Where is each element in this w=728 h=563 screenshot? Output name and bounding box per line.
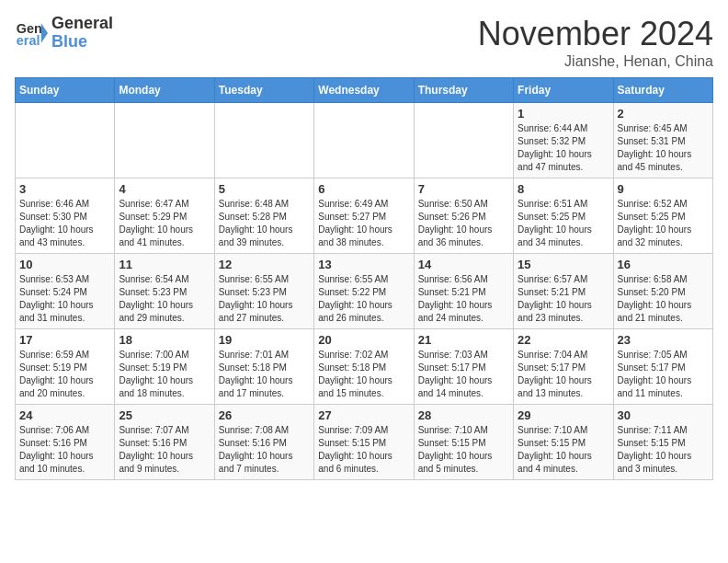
day-number: 9	[618, 182, 709, 196]
title-block: November 2024 Jianshe, Henan, China	[478, 15, 713, 70]
day-number: 14	[418, 258, 509, 271]
day-number: 10	[19, 258, 110, 271]
weekday-header-tuesday: Tuesday	[214, 78, 313, 103]
calendar-cell: 12Sunrise: 6:55 AM Sunset: 5:23 PM Dayli…	[214, 254, 313, 329]
calendar-cell: 19Sunrise: 7:01 AM Sunset: 5:18 PM Dayli…	[214, 329, 313, 405]
day-number: 27	[318, 408, 409, 422]
day-number: 16	[618, 258, 709, 271]
day-info: Sunrise: 7:02 AM Sunset: 5:18 PM Dayligh…	[318, 349, 409, 400]
calendar-cell: 17Sunrise: 6:59 AM Sunset: 5:19 PM Dayli…	[16, 329, 115, 405]
calendar-cell: 7Sunrise: 6:50 AM Sunset: 5:26 PM Daylig…	[414, 178, 513, 254]
day-number: 18	[119, 333, 210, 347]
calendar-cell	[16, 103, 115, 178]
logo: Gen eral General Blue	[15, 15, 113, 52]
calendar-cell: 30Sunrise: 7:11 AM Sunset: 5:15 PM Dayli…	[613, 405, 712, 480]
calendar-cell: 18Sunrise: 7:00 AM Sunset: 5:19 PM Dayli…	[115, 329, 214, 405]
day-info: Sunrise: 7:01 AM Sunset: 5:18 PM Dayligh…	[219, 349, 310, 400]
day-info: Sunrise: 7:09 AM Sunset: 5:15 PM Dayligh…	[318, 424, 409, 476]
calendar-cell: 3Sunrise: 6:46 AM Sunset: 5:30 PM Daylig…	[16, 178, 115, 254]
calendar-cell: 1Sunrise: 6:44 AM Sunset: 5:32 PM Daylig…	[514, 103, 613, 178]
calendar-cell: 27Sunrise: 7:09 AM Sunset: 5:15 PM Dayli…	[314, 405, 414, 480]
location-subtitle: Jianshe, Henan, China	[478, 53, 713, 70]
day-number: 17	[19, 333, 110, 347]
logo-line1: General	[51, 15, 113, 33]
day-number: 28	[418, 408, 509, 422]
day-info: Sunrise: 6:49 AM Sunset: 5:27 PM Dayligh…	[318, 198, 409, 249]
calendar-cell: 13Sunrise: 6:55 AM Sunset: 5:22 PM Dayli…	[314, 254, 414, 329]
day-info: Sunrise: 6:53 AM Sunset: 5:24 PM Dayligh…	[19, 273, 110, 325]
svg-text:eral: eral	[17, 32, 40, 47]
day-info: Sunrise: 7:00 AM Sunset: 5:19 PM Dayligh…	[119, 349, 210, 400]
calendar-header-row: SundayMondayTuesdayWednesdayThursdayFrid…	[16, 78, 713, 103]
logo-icon: Gen eral	[15, 17, 48, 50]
calendar-cell: 26Sunrise: 7:08 AM Sunset: 5:16 PM Dayli…	[214, 405, 313, 480]
day-info: Sunrise: 6:51 AM Sunset: 5:25 PM Dayligh…	[518, 198, 609, 249]
day-info: Sunrise: 6:57 AM Sunset: 5:21 PM Dayligh…	[518, 273, 609, 325]
day-info: Sunrise: 6:44 AM Sunset: 5:32 PM Dayligh…	[518, 122, 609, 174]
weekday-header-monday: Monday	[115, 78, 214, 103]
day-number: 24	[19, 408, 110, 422]
calendar-cell: 11Sunrise: 6:54 AM Sunset: 5:23 PM Dayli…	[115, 254, 214, 329]
calendar-cell: 15Sunrise: 6:57 AM Sunset: 5:21 PM Dayli…	[514, 254, 613, 329]
day-number: 8	[518, 182, 609, 196]
day-info: Sunrise: 6:48 AM Sunset: 5:28 PM Dayligh…	[219, 198, 310, 249]
day-number: 13	[318, 258, 409, 271]
calendar-table: SundayMondayTuesdayWednesdayThursdayFrid…	[15, 77, 713, 480]
calendar-week-5: 24Sunrise: 7:06 AM Sunset: 5:16 PM Dayli…	[16, 405, 713, 480]
day-info: Sunrise: 6:55 AM Sunset: 5:22 PM Dayligh…	[318, 273, 409, 325]
calendar-cell: 23Sunrise: 7:05 AM Sunset: 5:17 PM Dayli…	[613, 329, 712, 405]
day-number: 20	[318, 333, 409, 347]
calendar-cell: 21Sunrise: 7:03 AM Sunset: 5:17 PM Dayli…	[414, 329, 513, 405]
day-info: Sunrise: 7:05 AM Sunset: 5:17 PM Dayligh…	[618, 349, 709, 400]
day-number: 23	[618, 333, 709, 347]
weekday-header-thursday: Thursday	[414, 78, 513, 103]
day-number: 11	[119, 258, 210, 271]
day-number: 3	[19, 182, 110, 196]
day-info: Sunrise: 7:03 AM Sunset: 5:17 PM Dayligh…	[418, 349, 509, 400]
day-number: 6	[318, 182, 409, 196]
calendar-week-2: 3Sunrise: 6:46 AM Sunset: 5:30 PM Daylig…	[16, 178, 713, 254]
day-number: 4	[119, 182, 210, 196]
day-number: 30	[618, 408, 709, 422]
day-number: 25	[119, 408, 210, 422]
day-number: 1	[518, 107, 609, 121]
calendar-cell: 8Sunrise: 6:51 AM Sunset: 5:25 PM Daylig…	[514, 178, 613, 254]
calendar-cell: 4Sunrise: 6:47 AM Sunset: 5:29 PM Daylig…	[115, 178, 214, 254]
weekday-header-friday: Friday	[514, 78, 613, 103]
day-number: 15	[518, 258, 609, 271]
weekday-header-sunday: Sunday	[16, 78, 115, 103]
day-info: Sunrise: 6:47 AM Sunset: 5:29 PM Dayligh…	[119, 198, 210, 249]
calendar-cell	[314, 103, 414, 178]
calendar-week-3: 10Sunrise: 6:53 AM Sunset: 5:24 PM Dayli…	[16, 254, 713, 329]
calendar-cell: 16Sunrise: 6:58 AM Sunset: 5:20 PM Dayli…	[613, 254, 712, 329]
calendar-body: 1Sunrise: 6:44 AM Sunset: 5:32 PM Daylig…	[16, 103, 713, 480]
calendar-cell	[214, 103, 313, 178]
day-number: 2	[618, 107, 709, 121]
day-info: Sunrise: 7:06 AM Sunset: 5:16 PM Dayligh…	[19, 424, 110, 476]
day-number: 26	[219, 408, 310, 422]
day-info: Sunrise: 7:10 AM Sunset: 5:15 PM Dayligh…	[518, 424, 609, 476]
calendar-cell: 25Sunrise: 7:07 AM Sunset: 5:16 PM Dayli…	[115, 405, 214, 480]
day-number: 5	[219, 182, 310, 196]
day-info: Sunrise: 6:54 AM Sunset: 5:23 PM Dayligh…	[119, 273, 210, 325]
day-number: 21	[418, 333, 509, 347]
calendar-cell	[414, 103, 513, 178]
calendar-cell: 10Sunrise: 6:53 AM Sunset: 5:24 PM Dayli…	[16, 254, 115, 329]
calendar-week-1: 1Sunrise: 6:44 AM Sunset: 5:32 PM Daylig…	[16, 103, 713, 178]
day-info: Sunrise: 6:55 AM Sunset: 5:23 PM Dayligh…	[219, 273, 310, 325]
calendar-cell: 24Sunrise: 7:06 AM Sunset: 5:16 PM Dayli…	[16, 405, 115, 480]
day-info: Sunrise: 6:59 AM Sunset: 5:19 PM Dayligh…	[19, 349, 110, 400]
calendar-cell: 9Sunrise: 6:52 AM Sunset: 5:25 PM Daylig…	[613, 178, 712, 254]
day-info: Sunrise: 7:11 AM Sunset: 5:15 PM Dayligh…	[618, 424, 709, 476]
day-info: Sunrise: 6:56 AM Sunset: 5:21 PM Dayligh…	[418, 273, 509, 325]
day-info: Sunrise: 7:04 AM Sunset: 5:17 PM Dayligh…	[518, 349, 609, 400]
calendar-cell: 29Sunrise: 7:10 AM Sunset: 5:15 PM Dayli…	[514, 405, 613, 480]
day-info: Sunrise: 7:10 AM Sunset: 5:15 PM Dayligh…	[418, 424, 509, 476]
svg-marker-2	[41, 23, 48, 43]
calendar-cell: 22Sunrise: 7:04 AM Sunset: 5:17 PM Dayli…	[514, 329, 613, 405]
calendar-cell: 14Sunrise: 6:56 AM Sunset: 5:21 PM Dayli…	[414, 254, 513, 329]
calendar-cell: 28Sunrise: 7:10 AM Sunset: 5:15 PM Dayli…	[414, 405, 513, 480]
day-number: 29	[518, 408, 609, 422]
day-info: Sunrise: 6:52 AM Sunset: 5:25 PM Dayligh…	[618, 198, 709, 249]
calendar-cell: 5Sunrise: 6:48 AM Sunset: 5:28 PM Daylig…	[214, 178, 313, 254]
